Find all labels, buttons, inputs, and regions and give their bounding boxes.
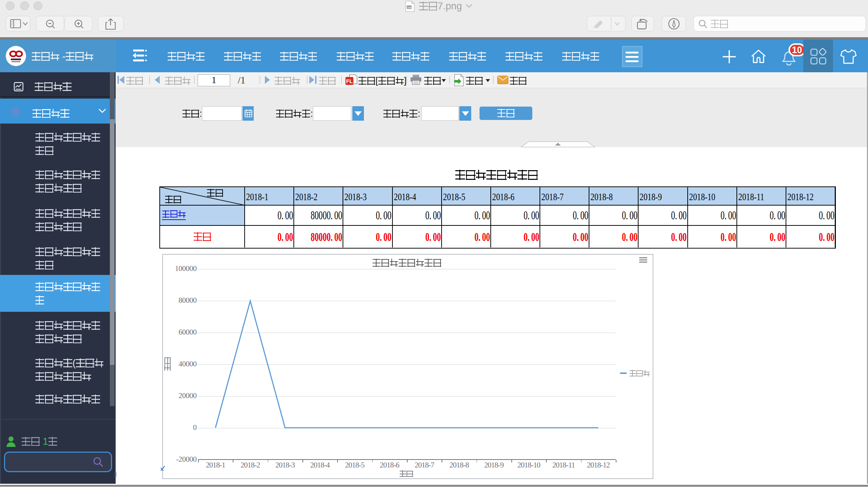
- svg-text:FL: FL: [346, 78, 353, 84]
